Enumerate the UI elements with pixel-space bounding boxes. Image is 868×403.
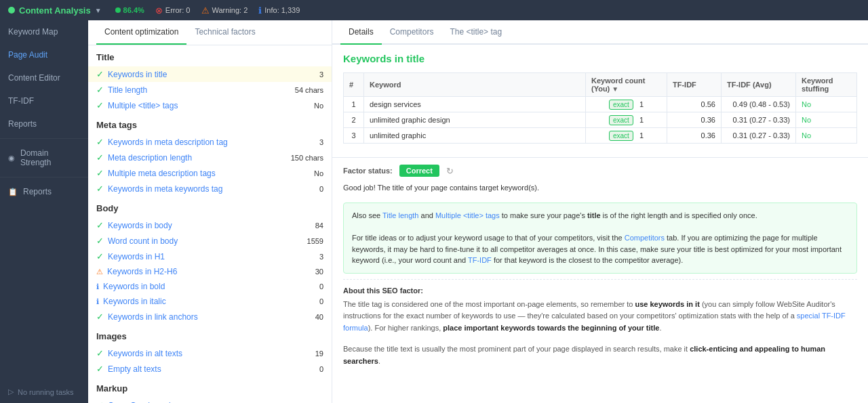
link-title-length[interactable]: Title length: [108, 85, 147, 95]
tab-content-optimization[interactable]: Content optimization: [96, 20, 186, 45]
sidebar-item-tf-idf[interactable]: TF-IDF: [0, 89, 88, 112]
sidebar: Keyword Map Page Audit Content Editor TF…: [0, 20, 88, 403]
section-title: Keywords in title: [343, 53, 857, 64]
exact-badge-2: exact: [609, 115, 633, 125]
ok-icon-3: ✓: [96, 100, 104, 110]
link-kw-alt[interactable]: Keywords in alt texts: [108, 349, 182, 358]
link-kw-meta-desc[interactable]: Keywords in meta description tag: [108, 137, 228, 147]
check-value-kw-body: 84: [283, 221, 323, 230]
link-tfidf-ref[interactable]: TF-IDF: [468, 256, 492, 264]
tab-competitors[interactable]: Competitors: [382, 20, 442, 45]
link-kw-h2h6[interactable]: Keywords in H2-H6: [107, 267, 177, 276]
content-area: Content optimization Technical factors T…: [88, 20, 868, 403]
check-label-open-graph: ✓ Open Graph markup: [96, 400, 283, 403]
dropdown-icon[interactable]: ▼: [95, 7, 102, 14]
section-title-header: Title: [88, 45, 332, 66]
sidebar-item-content-editor[interactable]: Content Editor: [0, 66, 88, 89]
check-title-length[interactable]: ✓ Title length 54 chars: [88, 82, 332, 98]
col-header-count[interactable]: Keyword count (You) ▼: [586, 73, 667, 97]
check-kw-alt[interactable]: ✓ Keywords in alt texts 19: [88, 345, 332, 361]
link-multiple-title-ref[interactable]: Multiple <title> tags: [435, 211, 500, 219]
check-kw-meta-desc[interactable]: ✓ Keywords in meta description tag 3: [88, 134, 332, 150]
info-icon-italic: ℹ: [96, 297, 99, 306]
table-row: 3 unlimited graphic exact 1 0.36 0.31 (0…: [344, 128, 857, 144]
right-tab-bar: Details Competitors The <title> tag: [332, 20, 868, 45]
link-kw-bold[interactable]: Keywords in bold: [103, 282, 165, 291]
check-multiple-title[interactable]: ✓ Multiple <title> tags No: [88, 98, 332, 113]
keywords-table: # Keyword Keyword count (You) ▼ TF-IDF T…: [343, 72, 857, 144]
left-tab-bar: Content optimization Technical factors: [88, 20, 332, 45]
link-multiple-meta[interactable]: Multiple meta description tags: [108, 169, 216, 178]
exact-badge-3: exact: [609, 131, 633, 141]
link-word-count[interactable]: Word count in body: [108, 236, 178, 246]
check-kw-anchors[interactable]: ✓ Keywords in link anchors 40: [88, 309, 332, 324]
tab-details[interactable]: Details: [340, 20, 382, 45]
factor-status-bar: Factor status: Correct ↻: [332, 157, 868, 184]
check-multiple-meta[interactable]: ✓ Multiple meta description tags No: [88, 165, 332, 181]
link-multiple-title[interactable]: Multiple <title> tags: [108, 101, 178, 110]
check-value-empty-alt: 0: [283, 365, 323, 373]
check-keywords-in-title[interactable]: ✓ Keywords in title 3: [88, 66, 332, 82]
score-value: 86.4%: [123, 6, 144, 14]
check-label-kw-h1: ✓ Keywords in H1: [96, 251, 283, 261]
sidebar-label-content-editor: Content Editor: [8, 73, 60, 83]
about-title: About this SEO factor:: [343, 287, 857, 295]
sidebar-label-page-audit: Page Audit: [8, 50, 47, 60]
check-kw-bold[interactable]: ℹ Keywords in bold 0: [88, 279, 332, 294]
sidebar-item-reports-bottom[interactable]: 📋 Reports: [0, 180, 88, 203]
sidebar-item-keyword-map[interactable]: Keyword Map: [0, 20, 88, 43]
check-word-count[interactable]: ✓ Word count in body 1559: [88, 233, 332, 249]
app-logo: Content Analysis ▼: [8, 5, 102, 16]
logo-dot: [8, 7, 15, 14]
about-text-2: Because the title text is usually the mo…: [343, 343, 857, 367]
check-kw-italic[interactable]: ℹ Keywords in italic 0: [88, 294, 332, 309]
ok-icon-12: ✓: [96, 348, 104, 358]
cell-kw-1: design services: [364, 97, 586, 112]
table-row: 2 unlimited graphic design exact 1 0.36 …: [344, 112, 857, 128]
check-value-title-length: 54 chars: [283, 86, 323, 94]
check-label-meta-desc-length: ✓ Meta description length: [96, 152, 283, 163]
link-kw-body[interactable]: Keywords in body: [108, 221, 172, 230]
link-kw-italic[interactable]: Keywords in italic: [103, 297, 166, 306]
sidebar-label-reports: Reports: [8, 119, 37, 129]
tab-title-tag[interactable]: The <title> tag: [441, 20, 510, 45]
check-kw-body[interactable]: ✓ Keywords in body 84: [88, 217, 332, 233]
ok-icon-13: ✓: [96, 364, 104, 374]
col-header-tfidf: TF-IDF: [667, 73, 722, 97]
link-kw-anchors[interactable]: Keywords in link anchors: [108, 312, 198, 322]
score-dot: [115, 7, 121, 13]
check-value-kw-h2h6: 30: [283, 268, 323, 276]
check-value-word-count: 1559: [283, 237, 323, 245]
check-meta-desc-length[interactable]: ✓ Meta description length 150 chars: [88, 150, 332, 165]
about-section: About this SEO factor: The title tag is …: [343, 279, 857, 368]
ok-icon-10: ✓: [96, 251, 104, 261]
sidebar-item-domain-strength[interactable]: ◉ Domain Strength: [0, 142, 88, 174]
sidebar-item-page-audit[interactable]: Page Audit: [0, 43, 88, 66]
check-label-kw-italic: ℹ Keywords in italic: [96, 297, 283, 306]
status-correct-badge: Correct: [399, 165, 439, 177]
top-bar: Content Analysis ▼ 86.4% ⊗ Error: 0 ⚠ Wa…: [0, 0, 868, 20]
check-value-multiple-title: No: [283, 102, 323, 110]
warning-stat: ⚠ Warning: 2: [201, 5, 248, 16]
check-value-kw-meta-desc: 3: [283, 138, 323, 146]
link-kw-h1[interactable]: Keywords in H1: [108, 252, 165, 261]
ok-icon-7: ✓: [96, 184, 104, 194]
check-empty-alt[interactable]: ✓ Empty alt texts 0: [88, 361, 332, 377]
tab-technical-factors[interactable]: Technical factors: [186, 20, 263, 45]
about-text-1: The title tag is considered one of the m…: [343, 299, 857, 335]
check-kw-h1[interactable]: ✓ Keywords in H1 3: [88, 249, 332, 264]
check-open-graph[interactable]: ✓ Open Graph markup Yes: [88, 398, 332, 403]
col-header-num: #: [344, 73, 364, 97]
link-keywords-in-title[interactable]: Keywords in title: [108, 70, 167, 79]
link-empty-alt[interactable]: Empty alt texts: [108, 364, 161, 374]
link-open-graph[interactable]: Open Graph markup: [108, 401, 182, 404]
check-kw-h2h6[interactable]: ⚠ Keywords in H2-H6 30: [88, 264, 332, 279]
sidebar-item-reports[interactable]: Reports: [0, 112, 88, 135]
refresh-icon[interactable]: ↻: [446, 166, 454, 176]
link-competitors-tab[interactable]: Competitors: [625, 234, 665, 242]
link-kw-meta-kw[interactable]: Keywords in meta keywords tag: [108, 184, 222, 194]
link-meta-desc-length[interactable]: Meta description length: [108, 153, 192, 163]
cell-kw-3: unlimited graphic: [364, 128, 586, 144]
link-title-length-ref[interactable]: Title length: [382, 211, 418, 219]
check-kw-meta-kw[interactable]: ✓ Keywords in meta keywords tag 0: [88, 181, 332, 196]
